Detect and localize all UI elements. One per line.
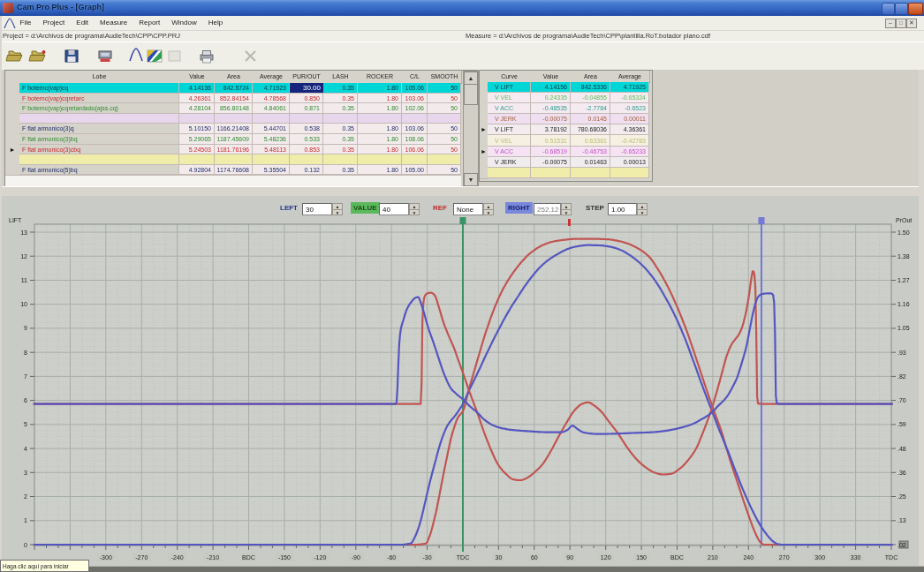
- svg-text:9: 9: [24, 325, 27, 331]
- svg-text:240: 240: [743, 554, 754, 561]
- svg-text:11: 11: [21, 277, 27, 283]
- svg-text:LIFT: LIFT: [9, 217, 22, 223]
- svg-text:60: 60: [531, 554, 538, 561]
- svg-text:PrOut: PrOut: [896, 217, 912, 223]
- svg-text:.82: .82: [897, 373, 906, 380]
- svg-text:0: 0: [24, 542, 27, 548]
- svg-text:.25: .25: [897, 493, 906, 500]
- svg-text:.93: .93: [897, 350, 906, 356]
- svg-text:12: 12: [20, 253, 27, 260]
- svg-text:.70: .70: [897, 397, 906, 403]
- svg-text:6: 6: [24, 397, 27, 403]
- svg-text:1.16: 1.16: [897, 301, 910, 307]
- svg-text:5: 5: [24, 421, 27, 427]
- svg-text:90: 90: [566, 554, 573, 561]
- svg-text:270: 270: [779, 554, 790, 561]
- svg-text:120: 120: [601, 554, 611, 561]
- svg-text:.02: .02: [897, 542, 906, 548]
- svg-text:.13: .13: [897, 517, 906, 523]
- svg-text:1: 1: [24, 517, 27, 523]
- svg-text:1.50: 1.50: [897, 230, 910, 236]
- svg-text:3: 3: [24, 470, 27, 476]
- svg-text:30: 30: [496, 554, 503, 561]
- svg-text:-90: -90: [352, 554, 360, 561]
- svg-text:-150: -150: [278, 554, 291, 561]
- svg-text:7: 7: [24, 373, 27, 380]
- svg-text:300: 300: [814, 554, 825, 561]
- svg-text:-240: -240: [171, 554, 184, 561]
- svg-text:-210: -210: [207, 554, 219, 561]
- svg-text:150: 150: [636, 554, 647, 561]
- svg-text:1.27: 1.27: [897, 277, 910, 283]
- svg-text:1.38: 1.38: [897, 253, 910, 260]
- svg-text:.36: .36: [897, 470, 906, 476]
- svg-text:1.05: 1.05: [897, 325, 910, 331]
- svg-text:.59: .59: [897, 421, 906, 427]
- svg-text:-270: -270: [135, 554, 148, 561]
- svg-text:10: 10: [20, 301, 27, 307]
- svg-text:-30: -30: [423, 554, 432, 561]
- svg-text:-60: -60: [387, 554, 396, 561]
- svg-text:TDC: TDC: [885, 554, 897, 561]
- svg-text:-300: -300: [100, 554, 112, 561]
- svg-text:210: 210: [708, 554, 718, 561]
- svg-text:8: 8: [24, 350, 27, 356]
- svg-text:-120: -120: [314, 554, 326, 561]
- svg-text:330: 330: [851, 554, 861, 561]
- svg-text:BDC: BDC: [242, 554, 255, 561]
- svg-text:13: 13: [20, 230, 27, 236]
- svg-text:.48: .48: [897, 446, 906, 452]
- svg-text:BDC: BDC: [670, 554, 684, 561]
- svg-text:TDC: TDC: [457, 554, 469, 561]
- svg-text:4: 4: [24, 446, 27, 452]
- svg-text:2: 2: [24, 493, 27, 500]
